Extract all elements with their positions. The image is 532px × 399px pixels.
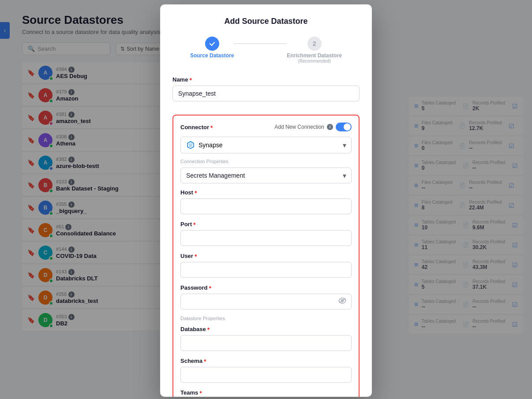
- secrets-select-wrapper: Secrets Management ▾: [180, 168, 352, 183]
- step-connector: [234, 43, 287, 44]
- user-input[interactable]: [180, 262, 352, 278]
- port-input[interactable]: [180, 230, 352, 246]
- connector-required: •: [210, 123, 213, 131]
- database-group: Database •: [180, 325, 352, 351]
- check-icon: [209, 40, 216, 47]
- connector-dropdown[interactable]: Synapse ▾: [180, 137, 352, 153]
- schema-label: Schema •: [180, 357, 352, 364]
- svg-marker-1: [189, 143, 192, 147]
- user-label: User •: [180, 252, 352, 259]
- step-1-label: Source Datastore: [190, 52, 234, 59]
- name-label: Name •: [172, 76, 360, 83]
- step-2: 2 Enrichment Datastore (Recommended): [287, 37, 342, 63]
- ds-props-label: Datastore Properties: [180, 316, 352, 321]
- host-label: Host •: [180, 189, 352, 196]
- connector-row: Connector • Add New Connection i: [180, 123, 352, 131]
- host-group: Host •: [180, 189, 352, 214]
- step-2-label: Enrichment Datastore: [287, 52, 342, 59]
- step-2-circle: 2: [307, 37, 322, 51]
- teams-label: Teams •: [180, 389, 352, 396]
- modal: Add Source Datastore Source Datastore 2 …: [160, 4, 372, 397]
- host-input[interactable]: [180, 198, 352, 214]
- teams-group: Teams • Public ⊗ ▾: [180, 389, 352, 397]
- conn-props-label: Connection Properties: [180, 159, 352, 164]
- password-wrapper: [180, 294, 352, 310]
- connector-select-wrapper: Synapse ▾: [180, 137, 352, 153]
- password-label: Password •: [180, 284, 352, 291]
- stepper: Source Datastore 2 Enrichment Datastore …: [172, 37, 360, 63]
- modal-title: Add Source Datastore: [172, 17, 360, 26]
- secrets-select[interactable]: Secrets Management: [180, 168, 352, 183]
- required-indicator: •: [189, 76, 192, 83]
- name-group: Name •: [172, 76, 360, 108]
- step-2-sublabel: (Recommended): [298, 59, 330, 63]
- info-icon[interactable]: i: [327, 124, 333, 130]
- add-connection-label: Add New Connection i: [274, 123, 352, 131]
- schema-group: Schema •: [180, 357, 352, 383]
- form-section: Connector • Add New Connection i Synapse: [172, 115, 360, 397]
- modal-overlay: Add Source Datastore Source Datastore 2 …: [0, 0, 532, 399]
- name-input[interactable]: [172, 86, 360, 101]
- database-label: Database •: [180, 325, 352, 332]
- step-1-circle: [205, 37, 219, 51]
- step-1: Source Datastore: [190, 37, 234, 59]
- password-input[interactable]: [180, 294, 352, 310]
- synapse-icon: [186, 141, 195, 149]
- toggle-switch[interactable]: [336, 123, 352, 131]
- port-label: Port •: [180, 220, 352, 227]
- user-group: User •: [180, 252, 352, 278]
- password-group: Password •: [180, 284, 352, 310]
- port-group: Port •: [180, 220, 352, 246]
- database-input[interactable]: [180, 335, 352, 351]
- connector-label: Connector •: [180, 123, 213, 131]
- schema-input[interactable]: [180, 367, 352, 383]
- connector-value: Synapse: [199, 142, 346, 149]
- eye-icon[interactable]: [338, 298, 346, 306]
